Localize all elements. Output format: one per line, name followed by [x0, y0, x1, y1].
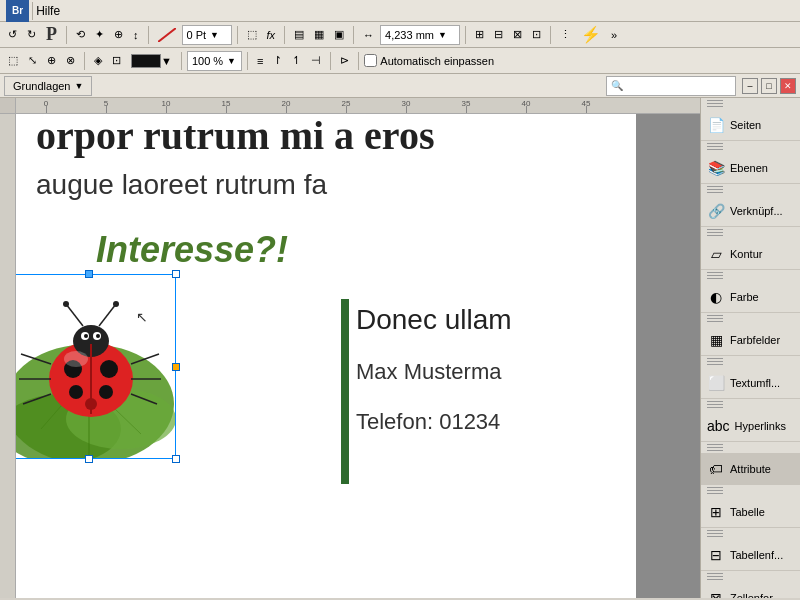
tool-r10[interactable]: ⊣ [307, 50, 325, 72]
panel-icon-attribute: 🏷 [707, 461, 725, 477]
tool-2[interactable]: ✦ [91, 24, 108, 46]
doc-telefon: Telefon: 01234 [356, 409, 500, 435]
paragraph-button[interactable]: P [42, 24, 61, 46]
restore-button[interactable]: □ [761, 78, 777, 94]
grip-line [707, 487, 723, 488]
align-right[interactable]: ⊠ [509, 24, 526, 46]
grip-line [707, 143, 723, 144]
doc-text-sub: augue laoreet rutrum fa [36, 169, 327, 201]
canvas-area[interactable]: 051015202530354045 orpor rutrum mi a ero… [0, 98, 700, 598]
panel-grip-seiten [701, 98, 800, 109]
tool-grid3[interactable]: ▣ [330, 24, 348, 46]
panel-item-tabellenf[interactable]: ⊟Tabellenf... [701, 539, 800, 571]
grip-line [707, 186, 723, 187]
distribute[interactable]: ⋮ [556, 24, 575, 46]
tool-r5[interactable]: ◈ [90, 50, 106, 72]
align-justify[interactable]: ⊡ [528, 24, 545, 46]
grip-line [707, 364, 723, 365]
menu-bar: Br Hilfe [0, 0, 800, 22]
handle-mr[interactable] [172, 363, 180, 371]
search-field[interactable]: 🔍 [606, 76, 736, 96]
tool-1[interactable]: ⟲ [72, 24, 89, 46]
tool-r11[interactable]: ⊳ [336, 50, 353, 72]
tool-r9[interactable]: ↿ [288, 50, 305, 72]
tool-r7[interactable]: ≡ [253, 50, 267, 72]
panel-item-tabelle[interactable]: ⊞Tabelle [701, 496, 800, 528]
tool-r8[interactable]: ↾ [269, 50, 286, 72]
grip-line [707, 275, 723, 276]
panel-item-ebenen[interactable]: 📚Ebenen [701, 152, 800, 184]
panel-icon-farbfelder: ▦ [707, 332, 725, 348]
ladybug-frame[interactable] [16, 274, 176, 459]
panel-item-seiten[interactable]: 📄Seiten [701, 109, 800, 141]
mm-dropdown[interactable]: 4,233 mm▼ [380, 25, 460, 45]
panel-grip-verknupf [701, 184, 800, 195]
panel-item-textumfl[interactable]: ⬜Textumfl... [701, 367, 800, 399]
close-button[interactable]: ✕ [780, 78, 796, 94]
handle-tm[interactable] [85, 270, 93, 278]
bridge-button[interactable]: Br [6, 0, 29, 22]
toolbar-row-1: ↺ ↻ P ⟲ ✦ ⊕ ↕ 0 Pt▼ ⬚ fx ▤ ▦ ▣ ↔ 4,233 m… [0, 22, 800, 48]
grip-line [707, 493, 723, 494]
handle-bm[interactable] [85, 455, 93, 463]
grip-line [707, 103, 723, 104]
grip-line [707, 106, 723, 107]
grundlagen-dropdown[interactable]: Grundlagen ▼ [4, 76, 92, 96]
grip-line [707, 318, 723, 319]
panel-icon-ebenen: 📚 [707, 160, 725, 176]
color-swatch[interactable]: ▼ [127, 50, 176, 72]
grip-line [707, 272, 723, 273]
panel-item-kontur[interactable]: ▱Kontur [701, 238, 800, 270]
ruler-h-content: 051015202530354045 [16, 98, 700, 113]
tool-grid2[interactable]: ▦ [310, 24, 328, 46]
ruler-label-1: 5 [104, 99, 108, 108]
panel-icon-tabellenf: ⊟ [707, 547, 725, 563]
auto-fit-label[interactable]: Automatisch einpassen [364, 54, 494, 67]
pt-dropdown[interactable]: 0 Pt▼ [182, 25, 232, 45]
panel-item-verknupf[interactable]: 🔗Verknüpf... [701, 195, 800, 227]
panel-item-farbfelder[interactable]: ▦Farbfelder [701, 324, 800, 356]
expand-button[interactable]: » [607, 24, 621, 46]
ruler-label-3: 15 [222, 99, 231, 108]
grip-line [707, 321, 723, 322]
grip-line [707, 315, 723, 316]
undo-button[interactable]: ↺ [4, 24, 21, 46]
tool-3[interactable]: ⊕ [110, 24, 127, 46]
handle-tr[interactable] [172, 270, 180, 278]
grip-line [707, 536, 723, 537]
flash-button[interactable]: ⚡ [577, 24, 605, 46]
align-center[interactable]: ⊟ [490, 24, 507, 46]
ruler-vertical [0, 114, 16, 598]
auto-fit-checkbox[interactable] [364, 54, 377, 67]
tool-r4[interactable]: ⊗ [62, 50, 79, 72]
tool-grid1[interactable]: ▤ [290, 24, 308, 46]
redo-button[interactable]: ↻ [23, 24, 40, 46]
ruler-label-2: 10 [162, 99, 171, 108]
minimize-button[interactable]: – [742, 78, 758, 94]
tool-select[interactable]: ⬚ [243, 24, 261, 46]
align-left[interactable]: ⊞ [471, 24, 488, 46]
tool-4[interactable]: ↕ [129, 24, 143, 46]
tool-r2[interactable]: ⤡ [24, 50, 41, 72]
panel-item-hyperlinks[interactable]: abcHyperlinks [701, 410, 800, 442]
canvas-content[interactable]: orpor rutrum mi a eros augue laoreet rut… [16, 114, 700, 598]
handle-br[interactable] [172, 455, 180, 463]
tool-r6[interactable]: ⊡ [108, 50, 125, 72]
grip-line [707, 450, 723, 451]
doc-max: Max Musterma [356, 359, 501, 385]
menu-hilfe[interactable]: Hilfe [36, 4, 60, 18]
panel-icon-hyperlinks: abc [707, 418, 730, 434]
panel-grip-farbe [701, 270, 800, 281]
panel-item-attribute[interactable]: 🏷Attribute [701, 453, 800, 485]
panel-icon-seiten: 📄 [707, 117, 725, 133]
tool-r3[interactable]: ⊕ [43, 50, 60, 72]
panel-label-textumfl: Textumfl... [730, 377, 794, 389]
tool-r1[interactable]: ⬚ [4, 50, 22, 72]
tool-fx[interactable]: fx [263, 24, 280, 46]
search-input[interactable] [623, 80, 733, 92]
panel-item-farbe[interactable]: ◐Farbe [701, 281, 800, 313]
percent-dropdown[interactable]: 100 %▼ [187, 51, 242, 71]
line-style-button[interactable] [154, 24, 180, 46]
panel-item-zellenfor[interactable]: ⊠Zellenfor... [701, 582, 800, 598]
panel-icon-farbe: ◐ [707, 289, 725, 305]
